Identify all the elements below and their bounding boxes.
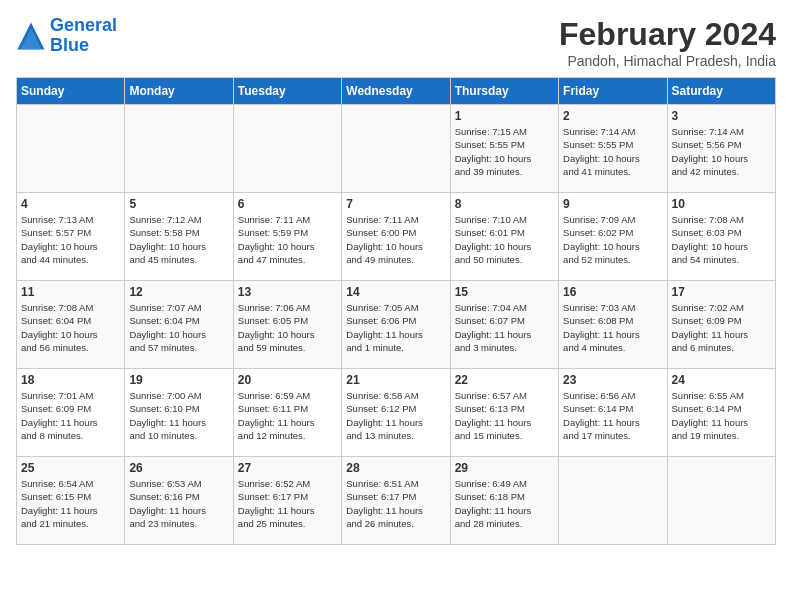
calendar-cell: 6Sunrise: 7:11 AM Sunset: 5:59 PM Daylig… — [233, 193, 341, 281]
day-info: Sunrise: 7:11 AM Sunset: 6:00 PM Dayligh… — [346, 213, 445, 266]
day-info: Sunrise: 6:58 AM Sunset: 6:12 PM Dayligh… — [346, 389, 445, 442]
day-number: 3 — [672, 109, 771, 123]
day-number: 16 — [563, 285, 662, 299]
calendar-cell: 26Sunrise: 6:53 AM Sunset: 6:16 PM Dayli… — [125, 457, 233, 545]
calendar-cell — [125, 105, 233, 193]
calendar-cell: 3Sunrise: 7:14 AM Sunset: 5:56 PM Daylig… — [667, 105, 775, 193]
day-number: 7 — [346, 197, 445, 211]
day-info: Sunrise: 6:57 AM Sunset: 6:13 PM Dayligh… — [455, 389, 554, 442]
calendar-week-row: 4Sunrise: 7:13 AM Sunset: 5:57 PM Daylig… — [17, 193, 776, 281]
day-number: 20 — [238, 373, 337, 387]
day-of-week-header: Friday — [559, 78, 667, 105]
day-number: 24 — [672, 373, 771, 387]
calendar-cell: 27Sunrise: 6:52 AM Sunset: 6:17 PM Dayli… — [233, 457, 341, 545]
day-number: 21 — [346, 373, 445, 387]
calendar-cell: 2Sunrise: 7:14 AM Sunset: 5:55 PM Daylig… — [559, 105, 667, 193]
day-number: 12 — [129, 285, 228, 299]
calendar-cell: 21Sunrise: 6:58 AM Sunset: 6:12 PM Dayli… — [342, 369, 450, 457]
day-number: 25 — [21, 461, 120, 475]
day-info: Sunrise: 7:15 AM Sunset: 5:55 PM Dayligh… — [455, 125, 554, 178]
day-info: Sunrise: 7:05 AM Sunset: 6:06 PM Dayligh… — [346, 301, 445, 354]
day-number: 1 — [455, 109, 554, 123]
day-info: Sunrise: 6:53 AM Sunset: 6:16 PM Dayligh… — [129, 477, 228, 530]
calendar-cell: 7Sunrise: 7:11 AM Sunset: 6:00 PM Daylig… — [342, 193, 450, 281]
day-of-week-header: Saturday — [667, 78, 775, 105]
calendar-cell: 4Sunrise: 7:13 AM Sunset: 5:57 PM Daylig… — [17, 193, 125, 281]
calendar-week-row: 1Sunrise: 7:15 AM Sunset: 5:55 PM Daylig… — [17, 105, 776, 193]
day-number: 26 — [129, 461, 228, 475]
day-of-week-header: Monday — [125, 78, 233, 105]
calendar-week-row: 25Sunrise: 6:54 AM Sunset: 6:15 PM Dayli… — [17, 457, 776, 545]
day-number: 23 — [563, 373, 662, 387]
day-number: 27 — [238, 461, 337, 475]
calendar-cell: 20Sunrise: 6:59 AM Sunset: 6:11 PM Dayli… — [233, 369, 341, 457]
day-number: 2 — [563, 109, 662, 123]
day-number: 29 — [455, 461, 554, 475]
calendar-cell — [559, 457, 667, 545]
calendar-cell — [17, 105, 125, 193]
calendar-cell: 25Sunrise: 6:54 AM Sunset: 6:15 PM Dayli… — [17, 457, 125, 545]
day-number: 14 — [346, 285, 445, 299]
day-number: 9 — [563, 197, 662, 211]
day-info: Sunrise: 6:59 AM Sunset: 6:11 PM Dayligh… — [238, 389, 337, 442]
day-of-week-header: Wednesday — [342, 78, 450, 105]
calendar-cell: 23Sunrise: 6:56 AM Sunset: 6:14 PM Dayli… — [559, 369, 667, 457]
calendar-cell: 22Sunrise: 6:57 AM Sunset: 6:13 PM Dayli… — [450, 369, 558, 457]
calendar-cell: 12Sunrise: 7:07 AM Sunset: 6:04 PM Dayli… — [125, 281, 233, 369]
calendar-cell — [667, 457, 775, 545]
day-info: Sunrise: 7:08 AM Sunset: 6:04 PM Dayligh… — [21, 301, 120, 354]
day-info: Sunrise: 7:06 AM Sunset: 6:05 PM Dayligh… — [238, 301, 337, 354]
day-of-week-header: Thursday — [450, 78, 558, 105]
logo: General Blue — [16, 16, 117, 56]
logo-line2: Blue — [50, 35, 89, 55]
day-info: Sunrise: 7:00 AM Sunset: 6:10 PM Dayligh… — [129, 389, 228, 442]
day-number: 5 — [129, 197, 228, 211]
calendar-cell: 19Sunrise: 7:00 AM Sunset: 6:10 PM Dayli… — [125, 369, 233, 457]
day-number: 8 — [455, 197, 554, 211]
day-info: Sunrise: 7:08 AM Sunset: 6:03 PM Dayligh… — [672, 213, 771, 266]
day-of-week-header: Tuesday — [233, 78, 341, 105]
calendar-cell: 15Sunrise: 7:04 AM Sunset: 6:07 PM Dayli… — [450, 281, 558, 369]
page-header: General Blue February 2024 Pandoh, Himac… — [16, 16, 776, 69]
day-info: Sunrise: 7:01 AM Sunset: 6:09 PM Dayligh… — [21, 389, 120, 442]
calendar-cell: 13Sunrise: 7:06 AM Sunset: 6:05 PM Dayli… — [233, 281, 341, 369]
calendar-table: SundayMondayTuesdayWednesdayThursdayFrid… — [16, 77, 776, 545]
day-number: 6 — [238, 197, 337, 211]
day-info: Sunrise: 7:02 AM Sunset: 6:09 PM Dayligh… — [672, 301, 771, 354]
day-info: Sunrise: 7:12 AM Sunset: 5:58 PM Dayligh… — [129, 213, 228, 266]
calendar-cell: 28Sunrise: 6:51 AM Sunset: 6:17 PM Dayli… — [342, 457, 450, 545]
day-info: Sunrise: 7:10 AM Sunset: 6:01 PM Dayligh… — [455, 213, 554, 266]
calendar-cell: 17Sunrise: 7:02 AM Sunset: 6:09 PM Dayli… — [667, 281, 775, 369]
day-info: Sunrise: 6:56 AM Sunset: 6:14 PM Dayligh… — [563, 389, 662, 442]
day-info: Sunrise: 7:07 AM Sunset: 6:04 PM Dayligh… — [129, 301, 228, 354]
day-info: Sunrise: 6:49 AM Sunset: 6:18 PM Dayligh… — [455, 477, 554, 530]
day-number: 11 — [21, 285, 120, 299]
calendar-cell: 24Sunrise: 6:55 AM Sunset: 6:14 PM Dayli… — [667, 369, 775, 457]
day-info: Sunrise: 7:11 AM Sunset: 5:59 PM Dayligh… — [238, 213, 337, 266]
calendar-week-row: 18Sunrise: 7:01 AM Sunset: 6:09 PM Dayli… — [17, 369, 776, 457]
day-info: Sunrise: 7:04 AM Sunset: 6:07 PM Dayligh… — [455, 301, 554, 354]
day-number: 17 — [672, 285, 771, 299]
day-number: 22 — [455, 373, 554, 387]
logo-line1: General — [50, 15, 117, 35]
logo-text: General Blue — [50, 16, 117, 56]
title-area: February 2024 Pandoh, Himachal Pradesh, … — [559, 16, 776, 69]
day-number: 13 — [238, 285, 337, 299]
calendar-cell: 16Sunrise: 7:03 AM Sunset: 6:08 PM Dayli… — [559, 281, 667, 369]
calendar-cell: 8Sunrise: 7:10 AM Sunset: 6:01 PM Daylig… — [450, 193, 558, 281]
day-of-week-header: Sunday — [17, 78, 125, 105]
day-info: Sunrise: 7:13 AM Sunset: 5:57 PM Dayligh… — [21, 213, 120, 266]
day-info: Sunrise: 6:54 AM Sunset: 6:15 PM Dayligh… — [21, 477, 120, 530]
calendar-cell: 1Sunrise: 7:15 AM Sunset: 5:55 PM Daylig… — [450, 105, 558, 193]
location: Pandoh, Himachal Pradesh, India — [559, 53, 776, 69]
calendar-week-row: 11Sunrise: 7:08 AM Sunset: 6:04 PM Dayli… — [17, 281, 776, 369]
day-info: Sunrise: 7:14 AM Sunset: 5:56 PM Dayligh… — [672, 125, 771, 178]
calendar-cell: 14Sunrise: 7:05 AM Sunset: 6:06 PM Dayli… — [342, 281, 450, 369]
day-info: Sunrise: 6:51 AM Sunset: 6:17 PM Dayligh… — [346, 477, 445, 530]
calendar-cell: 5Sunrise: 7:12 AM Sunset: 5:58 PM Daylig… — [125, 193, 233, 281]
day-number: 4 — [21, 197, 120, 211]
month-title: February 2024 — [559, 16, 776, 53]
calendar-header-row: SundayMondayTuesdayWednesdayThursdayFrid… — [17, 78, 776, 105]
calendar-cell: 18Sunrise: 7:01 AM Sunset: 6:09 PM Dayli… — [17, 369, 125, 457]
day-info: Sunrise: 7:14 AM Sunset: 5:55 PM Dayligh… — [563, 125, 662, 178]
